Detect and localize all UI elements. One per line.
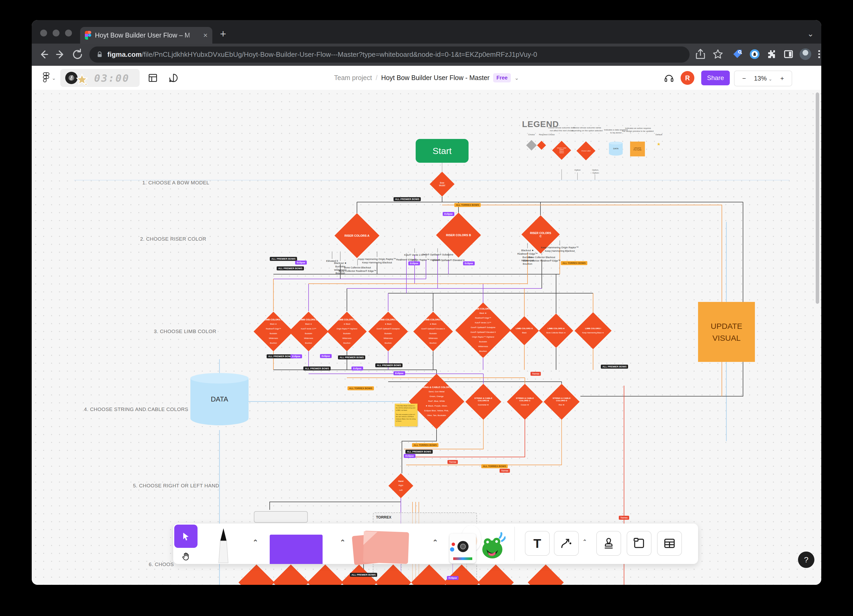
audio-headphones-icon[interactable] xyxy=(664,73,674,83)
legend-option-right: Option, Option xyxy=(592,168,599,174)
file-menu-chevron-icon[interactable]: ⌄ xyxy=(515,75,519,81)
traffic-light-minimize[interactable] xyxy=(53,30,59,36)
shape-options-chevron-icon[interactable]: ⌃ xyxy=(340,538,346,546)
section-icon xyxy=(633,537,646,550)
connector-badge[interactable]: ALL PREMIER BOWS xyxy=(405,450,433,454)
figjam-toolbar: ⌃ ⌃ ⌃ xyxy=(173,524,698,564)
connector-badge[interactable]: Eclipse xyxy=(463,262,475,265)
connector-badge[interactable]: ALL PREMIER BOWS xyxy=(276,266,304,271)
user-avatar[interactable]: R xyxy=(681,71,694,85)
connector-badge[interactable]: ALL PREMIER BOWS xyxy=(338,356,365,360)
reload-icon[interactable] xyxy=(71,48,84,61)
whiteboard-canvas[interactable]: 1. CHOOSE A BOW MODEL 2. CHOOSE RISER CO… xyxy=(32,90,821,585)
zoom-level[interactable]: 13% ⌄ xyxy=(754,75,773,82)
stamp-sticker-tool[interactable] xyxy=(449,525,513,563)
tab-close-icon[interactable]: × xyxy=(203,32,208,39)
update-visual-node[interactable]: UPDATE VISUAL xyxy=(698,302,755,362)
stamp-icon xyxy=(602,537,615,550)
section-tool[interactable] xyxy=(627,531,651,556)
connector-badge[interactable]: Torrex xyxy=(499,469,510,473)
traffic-light-close[interactable] xyxy=(40,30,47,36)
connector-badge[interactable]: Eclipse xyxy=(443,212,454,216)
address-bar[interactable]: figma.com/file/PnCLjdkhkHYubxDVxuEbUg/Ho… xyxy=(90,47,690,63)
connector-badge[interactable]: ALL TORREX BOWS xyxy=(454,203,481,207)
shape-tool[interactable] xyxy=(270,535,323,564)
connector-badge[interactable]: ALL PREMIER BOWS xyxy=(350,573,377,577)
browser-toolbar: figma.com/file/PnCLjdkhkHYubxDVxuEbUg/Ho… xyxy=(32,44,821,66)
connector-badge[interactable]: Eclipse xyxy=(393,371,405,375)
legend-default-star-icon: ★ xyxy=(657,142,660,147)
legend-caption-1: Choice whose outcome does not affect the… xyxy=(548,126,575,132)
connector-options-chevron-icon[interactable]: ⌃ xyxy=(583,538,587,545)
select-tool[interactable] xyxy=(174,525,197,548)
data-cylinder-top xyxy=(190,373,249,384)
riser-b-option-4: Gore® Optifade® Subalpine xyxy=(422,253,454,256)
connector-badge[interactable]: Torrex xyxy=(448,460,458,464)
connector-badge[interactable]: ALL PREMIER BOWS xyxy=(270,257,297,261)
tag-extension-icon[interactable] xyxy=(732,48,744,60)
text-tool-glyph: T xyxy=(533,536,541,551)
menu-kebab-icon[interactable] xyxy=(814,49,821,59)
legend-update-square[interactable]: UPDATE PICTURE xyxy=(630,142,645,156)
new-tab-button[interactable]: + xyxy=(220,29,226,39)
connector-badge[interactable]: ALL PREMIER BOWS xyxy=(267,354,294,359)
canvas-scrollbar[interactable] xyxy=(816,92,819,304)
lock-icon xyxy=(96,51,103,59)
breadcrumb-file-name[interactable]: Hoyt Bow Builder User Flow - Master xyxy=(381,74,490,82)
connector-badge[interactable]: Eclipse xyxy=(295,261,307,265)
stamp-tool[interactable] xyxy=(596,531,621,556)
share-icon[interactable] xyxy=(694,48,707,61)
extensions-puzzle-icon[interactable] xyxy=(766,48,777,60)
marker-options-chevron-icon[interactable]: ⌃ xyxy=(252,538,258,546)
password-manager-icon[interactable] xyxy=(749,48,760,60)
zoom-out-button[interactable]: − xyxy=(735,75,754,82)
bookmark-star-icon[interactable] xyxy=(712,48,724,61)
forward-icon[interactable] xyxy=(54,48,67,61)
start-node[interactable]: Start xyxy=(416,139,469,163)
marker-tool[interactable] xyxy=(213,527,234,564)
connector-badge[interactable]: ALL PREMIER BOWS xyxy=(601,365,628,369)
connector-badge[interactable]: Eclipse xyxy=(320,354,332,358)
tab-search-chevron-icon[interactable]: ⌄ xyxy=(807,29,814,38)
sidebar-toggle-icon[interactable] xyxy=(783,48,794,60)
connector-badge[interactable]: Eclipse xyxy=(290,354,302,359)
url-path: /file/PnCLjdkhkHYubxDVxuEbUg/Hoyt-Bow-Bu… xyxy=(142,50,537,58)
connector-badge[interactable]: ALL TORREX BOWS xyxy=(481,465,508,468)
connector-badge[interactable]: ALL PREMIER BOWS xyxy=(375,363,402,368)
connector-badge[interactable]: ALL TORREX BOWS xyxy=(348,386,374,390)
connector-badge[interactable]: Eclipse xyxy=(447,576,458,580)
legend-data-cylinder[interactable]: DATA xyxy=(609,142,623,157)
connector-badge[interactable]: Torrex xyxy=(530,372,541,376)
text-tool[interactable]: T xyxy=(525,531,550,556)
tab-strip: Hoyt Bow Builder User Flow – M × + ⌄ xyxy=(32,20,821,44)
connector-badge[interactable]: ALL TORREX BOWS xyxy=(412,443,439,447)
data-cylinder[interactable]: DATA xyxy=(190,373,249,430)
sticky-note[interactable]: * If the Bow Model Chosen is the 219 the… xyxy=(395,404,417,426)
connector-badge[interactable]: Torrex xyxy=(619,516,629,520)
connector-badge[interactable]: ALL TORREX BOWS xyxy=(561,261,587,265)
connector-tool[interactable] xyxy=(554,531,579,556)
connector-badge[interactable]: ALL PREMIER BOWS xyxy=(303,367,331,371)
hand-tool[interactable] xyxy=(174,549,197,563)
connector-badge[interactable]: Eclipse xyxy=(351,367,363,371)
riser-a-option-bone: Bone Collector Blackout Bone Collector R… xyxy=(339,266,376,273)
profile-avatar[interactable] xyxy=(800,48,811,60)
sticky-note-tool[interactable] xyxy=(353,531,408,563)
browser-tab[interactable]: Hoyt Bow Builder User Flow – M × xyxy=(80,27,212,44)
breadcrumb-project[interactable]: Team project xyxy=(334,74,372,82)
help-button[interactable]: ? xyxy=(798,552,814,568)
zoom-control: − 13% ⌄ + xyxy=(734,71,792,86)
frame-outline[interactable] xyxy=(254,511,308,523)
section-label-4: 4. CHOOSE STRING AND CABLE COLORS xyxy=(84,407,188,412)
sticky-options-chevron-icon[interactable]: ⌃ xyxy=(432,538,438,546)
connector-badge[interactable]: ALL PREMIER BOWS xyxy=(393,197,421,201)
connector-badge[interactable]: Eclipse xyxy=(408,262,420,265)
connector-badge[interactable]: Eclipse xyxy=(404,454,415,458)
traffic-light-zoom[interactable] xyxy=(65,30,72,36)
zoom-in-button[interactable]: + xyxy=(773,75,792,82)
torrex-section-label: TORREX xyxy=(376,515,391,519)
table-tool[interactable] xyxy=(657,531,682,556)
connector-icon xyxy=(560,536,573,550)
share-button[interactable]: Share xyxy=(701,71,730,85)
back-icon[interactable] xyxy=(37,48,50,61)
